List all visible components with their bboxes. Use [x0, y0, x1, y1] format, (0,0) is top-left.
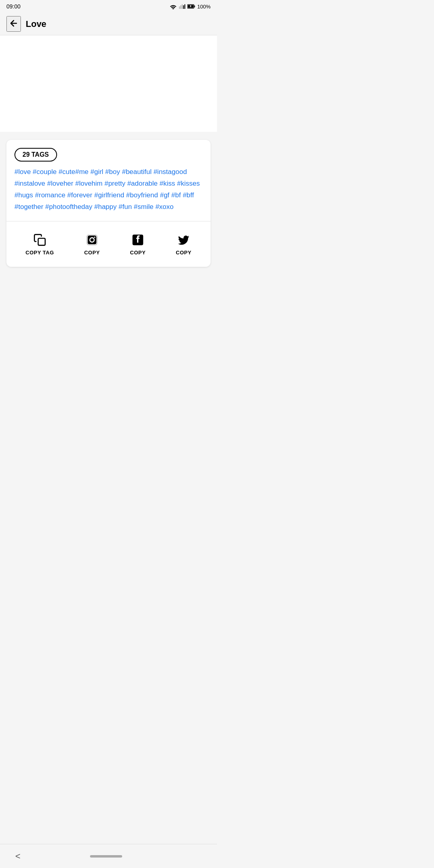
copy-tag-button[interactable]: COPY TAG	[21, 229, 59, 259]
back-button[interactable]	[6, 16, 21, 32]
status-icons: 100%	[170, 4, 211, 10]
facebook-icon	[131, 233, 144, 246]
battery-icon	[187, 4, 195, 9]
svg-rect-3	[38, 238, 45, 245]
status-time: 09:00	[6, 3, 20, 10]
copy-twitter-label: COPY	[176, 250, 192, 256]
battery-percentage: 100%	[197, 4, 211, 10]
tags-text: #love #couple #cute#me #girl #boy #beaut…	[6, 166, 211, 221]
svg-rect-1	[194, 6, 195, 8]
tags-card: 29 TAGS #love #couple #cute#me #girl #bo…	[6, 140, 211, 267]
bottom-spacer	[0, 275, 217, 395]
copy-facebook-label: COPY	[130, 250, 146, 256]
status-bar: 09:00 100%	[0, 0, 217, 13]
twitter-icon-wrap	[176, 233, 191, 247]
ad-banner	[0, 35, 217, 132]
copy-tag-label: COPY TAG	[26, 250, 54, 256]
instagram-icon	[86, 233, 98, 246]
page-title: Love	[26, 19, 46, 29]
twitter-icon	[177, 233, 190, 246]
copy-twitter-button[interactable]: COPY	[171, 229, 197, 259]
tags-header: 29 TAGS	[14, 148, 203, 162]
facebook-icon-wrap	[131, 233, 145, 247]
back-arrow-icon	[9, 18, 18, 28]
wifi-icon	[170, 4, 177, 9]
copy-instagram-label: COPY	[84, 250, 100, 256]
copy-instagram-button[interactable]: COPY	[79, 229, 104, 259]
actions-row: COPY TAG COPY C	[6, 221, 211, 267]
svg-rect-4	[87, 234, 98, 245]
copy-tag-icon-wrap	[33, 233, 47, 247]
signal-icon	[179, 4, 185, 9]
header: Love	[0, 13, 217, 35]
copy-icon	[33, 233, 46, 246]
svg-point-7	[94, 236, 95, 237]
instagram-icon-wrap	[85, 233, 99, 247]
copy-facebook-button[interactable]: COPY	[125, 229, 151, 259]
tags-count-badge: 29 TAGS	[14, 148, 57, 162]
